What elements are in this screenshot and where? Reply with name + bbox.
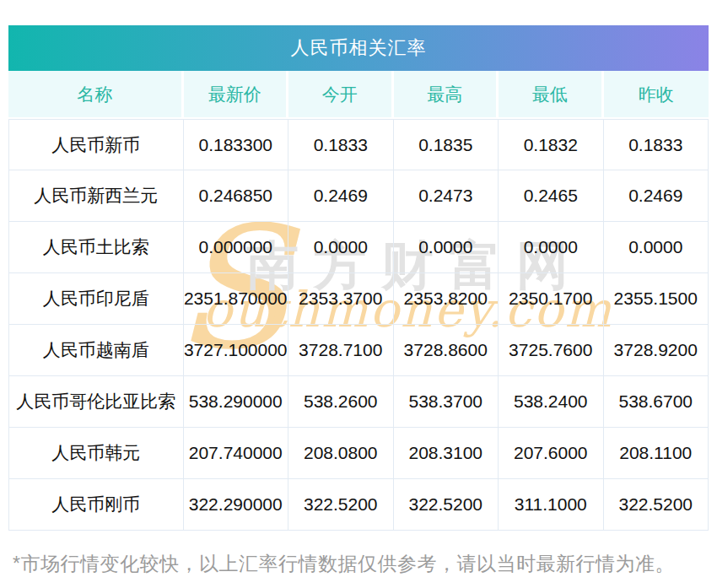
- rate-value: 0.2473: [394, 170, 499, 222]
- table-row: 人民币新西兰元0.2468500.24690.24730.24650.2469: [8, 170, 709, 222]
- rate-value: 207.6000: [499, 428, 604, 479]
- column-header-4: 最低: [499, 71, 604, 119]
- rate-value: 3728.7100: [288, 325, 394, 376]
- rate-value: 2353.3700: [288, 273, 394, 325]
- table-row: 人民币新币0.1833000.18330.18350.18320.1833: [8, 119, 709, 170]
- currency-pair-name: 人民币土比索: [8, 222, 184, 273]
- rate-value: 3725.7600: [499, 325, 604, 376]
- rate-value: 538.3700: [394, 376, 499, 428]
- column-header-0: 名称: [8, 71, 184, 119]
- rate-value: 0.0000: [604, 222, 709, 273]
- exchange-rate-card: 人民币相关汇率 S 南方财富网 outhmoney.com 名称最新价今开最高最…: [8, 25, 709, 577]
- rate-value: 322.5200: [604, 479, 709, 531]
- rate-value: 208.3100: [394, 428, 499, 479]
- rate-value: 0.2469: [604, 170, 709, 222]
- column-header-1: 最新价: [184, 71, 289, 119]
- rate-value: 0.246850: [184, 170, 289, 222]
- rate-value: 322.5200: [288, 479, 394, 531]
- rate-value: 0.1832: [499, 119, 604, 170]
- table-title: 人民币相关汇率: [291, 35, 427, 61]
- currency-pair-name: 人民币新西兰元: [8, 170, 184, 222]
- rate-value: 3728.8600: [394, 325, 499, 376]
- column-header-3: 最高: [394, 71, 499, 119]
- table-title-bar: 人民币相关汇率: [8, 25, 709, 71]
- rate-value: 2355.1500: [604, 273, 709, 325]
- rate-value: 0.1833: [288, 119, 394, 170]
- rate-value: 208.1100: [604, 428, 709, 479]
- table-row: 人民币土比索0.0000000.00000.00000.00000.0000: [8, 222, 709, 273]
- table-row: 人民币印尼盾2351.8700002353.37002353.82002350.…: [8, 273, 709, 325]
- header-row: 名称最新价今开最高最低昨收: [8, 71, 709, 119]
- column-header-5: 昨收: [604, 71, 709, 119]
- table-zone: S 南方财富网 outhmoney.com 名称最新价今开最高最低昨收 人民币新…: [8, 71, 709, 531]
- rate-value: 322.290000: [184, 479, 289, 531]
- table-body: 人民币新币0.1833000.18330.18350.18320.1833人民币…: [8, 119, 709, 531]
- rate-value: 3727.100000: [184, 325, 289, 376]
- currency-pair-name: 人民币韩元: [8, 428, 184, 479]
- rate-value: 0.183300: [184, 119, 289, 170]
- rate-value: 0.0000: [394, 222, 499, 273]
- rate-value: 2353.8200: [394, 273, 499, 325]
- currency-pair-name: 人民币印尼盾: [8, 273, 184, 325]
- rate-value: 208.0800: [288, 428, 394, 479]
- table-row: 人民币越南盾3727.1000003728.71003728.86003725.…: [8, 325, 709, 376]
- exchange-rate-table: 名称最新价今开最高最低昨收 人民币新币0.1833000.18330.18350…: [8, 71, 709, 531]
- table-row: 人民币哥伦比亚比索538.290000538.2600538.3700538.2…: [8, 376, 709, 428]
- rate-value: 0.000000: [184, 222, 289, 273]
- rate-value: 538.290000: [184, 376, 289, 428]
- rate-value: 0.2469: [288, 170, 394, 222]
- column-header-2: 今开: [288, 71, 394, 119]
- rate-value: 0.1833: [604, 119, 709, 170]
- rate-value: 3728.9200: [604, 325, 709, 376]
- currency-pair-name: 人民币越南盾: [8, 325, 184, 376]
- table-header: 名称最新价今开最高最低昨收: [8, 71, 709, 119]
- rate-value: 538.6700: [604, 376, 709, 428]
- table-row: 人民币刚币322.290000322.5200322.5200311.10003…: [8, 479, 709, 531]
- disclaimer-note: *市场行情变化较快，以上汇率行情数据仅供参考，请以当时最新行情为准。: [13, 551, 709, 577]
- rate-value: 538.2600: [288, 376, 394, 428]
- rate-value: 322.5200: [394, 479, 499, 531]
- currency-pair-name: 人民币新币: [8, 119, 184, 170]
- currency-pair-name: 人民币哥伦比亚比索: [8, 376, 184, 428]
- rate-value: 2351.870000: [184, 273, 289, 325]
- rate-value: 0.1835: [394, 119, 499, 170]
- table-row: 人民币韩元207.740000208.0800208.3100207.60002…: [8, 428, 709, 479]
- rate-value: 207.740000: [184, 428, 289, 479]
- rate-value: 0.2465: [499, 170, 604, 222]
- rate-value: 0.0000: [288, 222, 394, 273]
- rate-value: 0.0000: [499, 222, 604, 273]
- rate-value: 2350.1700: [499, 273, 604, 325]
- rate-value: 538.2400: [499, 376, 604, 428]
- rate-value: 311.1000: [499, 479, 604, 531]
- currency-pair-name: 人民币刚币: [8, 479, 184, 531]
